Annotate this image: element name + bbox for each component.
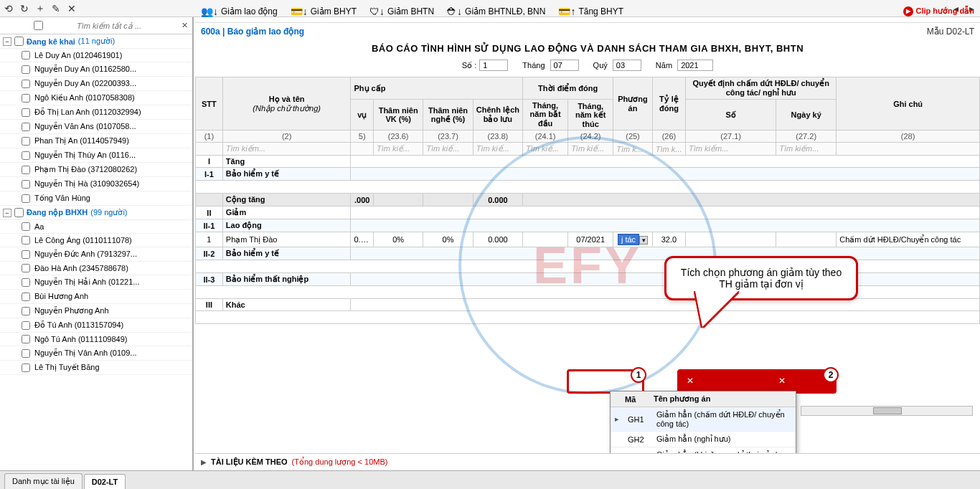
tang-bhyt-button[interactable]: 💳↑Tăng BHYT: [558, 6, 623, 17]
tab-d02-lt[interactable]: D02-LT: [84, 474, 126, 489]
tree-item[interactable]: Ngô Tú Anh (0111109849): [0, 333, 192, 346]
highlight-1: 1: [567, 369, 644, 394]
item-check[interactable]: [22, 321, 30, 330]
sidebar-search-clear-icon[interactable]: ✕: [179, 21, 189, 30]
tree-item[interactable]: Tống Văn Hùng: [0, 191, 192, 206]
th-hoten: Họ và tên(Nhập chữ thường): [222, 77, 351, 130]
tree-item[interactable]: Lê Duy An (0120461901): [0, 49, 192, 62]
plus-icon[interactable]: ＋: [34, 3, 46, 14]
tree-item[interactable]: Nguyễn Văn Ans (0107058...: [0, 120, 192, 134]
tree-item[interactable]: Nguyễn Thị Hà (3109032654): [0, 177, 192, 191]
item-check[interactable]: [22, 222, 30, 231]
item-check[interactable]: [22, 180, 30, 189]
tree-group[interactable]: − Đang nộp BHXH (99 người): [0, 206, 192, 220]
item-label: Nguyễn Thị Vân Anh (0109...: [34, 348, 137, 358]
tree-item[interactable]: Đỗ Thị Lan Anh (0112032994): [0, 105, 192, 120]
item-check[interactable]: [22, 307, 30, 315]
tree-item[interactable]: Aa: [0, 220, 192, 234]
sync-icon[interactable]: ↻: [19, 3, 30, 14]
item-check[interactable]: [22, 349, 30, 358]
giam-bhtn-button[interactable]: 🛡↓Giảm BHTN: [369, 6, 434, 17]
close-icon[interactable]: ✕: [66, 3, 77, 14]
tree-item[interactable]: Nguyễn Duy An (02200393...: [0, 77, 192, 91]
tree-item[interactable]: Nguyễn Đức Anh (7913297...: [0, 247, 192, 262]
item-check[interactable]: [22, 123, 30, 131]
card-up-icon: 💳↑: [558, 6, 575, 17]
chevron-down-icon[interactable]: ▾: [639, 236, 648, 244]
item-label: Ngô Kiều Anh (0107058308): [34, 93, 135, 103]
item-check[interactable]: [22, 137, 30, 146]
sidebar-search-input[interactable]: [74, 20, 179, 32]
item-check[interactable]: [22, 166, 30, 174]
item-check[interactable]: [22, 65, 30, 74]
pencil-icon[interactable]: ✎: [50, 3, 62, 14]
item-check[interactable]: [22, 108, 30, 117]
expander-icon[interactable]: −: [3, 37, 11, 46]
so-input[interactable]: [479, 60, 508, 71]
item-check[interactable]: [22, 293, 30, 301]
tree-item[interactable]: Lê Công Áng (0110111078): [0, 234, 192, 247]
th-pa: Phương án: [613, 77, 653, 130]
item-check[interactable]: [22, 94, 30, 103]
tree-item[interactable]: Nguyễn Duy An (01162580...: [0, 62, 192, 77]
tab-danh-muc[interactable]: Danh mục tài liệu: [4, 473, 83, 489]
tree-item[interactable]: Phan Thị An (0114057949): [0, 134, 192, 148]
tree-item[interactable]: Nguyễn Thị Hải Anh (01221...: [0, 275, 192, 290]
tree-item[interactable]: Đỗ Tú Anh (0113157094): [0, 318, 192, 333]
item-label: Nguyễn Văn Ans (0107058...: [34, 122, 136, 131]
item-check[interactable]: [22, 335, 30, 343]
group-check[interactable]: [14, 37, 24, 46]
tree-item[interactable]: Bùi Hương Anh: [0, 290, 192, 304]
tree-item[interactable]: Nguyễn Thị Thúy An (0116...: [0, 148, 192, 163]
phuong-an-cell[interactable]: j tác▾: [613, 232, 653, 247]
people-down-icon: 👥↓: [201, 6, 218, 17]
tree-item[interactable]: Đào Hà Anh (2345788678): [0, 262, 192, 275]
phuong-an-dropdown[interactable]: MãTên phương án ▸GH1Giảm hẳn (chấm dứt H…: [610, 391, 796, 453]
table-row[interactable]: 1 Phạm Thị Đào 0.000 0% 0% 0.000 07/2021…: [196, 232, 980, 247]
item-check[interactable]: [22, 278, 30, 287]
quy-input[interactable]: [613, 60, 641, 71]
dropdown-option[interactable]: GH3Giảm hẳn (khi đang nghỉ thai sản/ốm/k…: [611, 447, 796, 454]
th-qd-so: Số: [686, 100, 776, 130]
tree-item[interactable]: Phạm Thị Đào (3712080262): [0, 163, 192, 177]
giam-bhtnld-button[interactable]: ⛑↓Giảm BHTNLĐ, BNN: [447, 6, 545, 17]
tree-item[interactable]: Ngô Kiều Anh (0107058308): [0, 91, 192, 105]
tree-item[interactable]: Nguyễn Phương Anh: [0, 304, 192, 318]
dropdown-option[interactable]: GH2Giảm hẳn (nghỉ hưu): [611, 432, 796, 447]
quy-label: Quý: [593, 61, 608, 70]
group-check[interactable]: [14, 208, 24, 217]
thang-input[interactable]: [550, 60, 579, 71]
th-tyle: Tỷ lệ đóng: [652, 77, 685, 130]
item-check[interactable]: [22, 250, 30, 259]
form-code: Mẫu D02-LT: [927, 27, 974, 37]
item-check[interactable]: [22, 364, 30, 372]
refresh-icon[interactable]: ⟲: [3, 3, 14, 14]
item-check[interactable]: [22, 264, 30, 272]
item-check[interactable]: [22, 51, 30, 60]
item-check[interactable]: [22, 151, 30, 160]
giam-lao-dong-button[interactable]: 👥↓Giảm lao động: [201, 6, 278, 17]
horizontal-scrollbar[interactable]: [801, 406, 973, 416]
callout-tooltip: Tích chọn phương án giảm tùy theo TH giả…: [664, 256, 858, 300]
giam-bhyt-button[interactable]: 💳↓Giảm BHYT: [291, 6, 357, 17]
item-label: Đỗ Thị Lan Anh (0112032994): [34, 108, 141, 117]
th-tnbd: Tháng, năm bắt đầu: [523, 100, 568, 130]
item-label: Nguyễn Đức Anh (7913297...: [34, 250, 137, 259]
item-label: Nguyễn Duy An (01162580...: [34, 65, 136, 74]
expander-icon[interactable]: −: [3, 209, 11, 217]
item-label: Ngô Tú Anh (0111109849): [34, 335, 127, 343]
dropdown-option[interactable]: ▸GH1Giảm hẳn (chấm dứt HĐLĐ/ chuyển công…: [611, 407, 796, 432]
clip-huong-dan-button[interactable]: ▶Clip hướng dẫn: [903, 6, 974, 16]
tree-group[interactable]: − Đang kê khai (11 người): [0, 34, 192, 49]
attachments-bar[interactable]: ▶ TÀI LIỆU KÈM THEO (Tổng dung lượng < 1…: [195, 453, 980, 470]
th-tnn: Thâm niên nghề (%): [423, 100, 473, 130]
item-label: Nguyễn Thị Hà (3109032654): [34, 179, 139, 189]
tree-item[interactable]: Nguyễn Thị Vân Anh (0109...: [0, 346, 192, 361]
nam-input[interactable]: [677, 60, 713, 71]
item-check[interactable]: [22, 80, 30, 88]
tree-item[interactable]: Lê Thị Tuyết Băng: [0, 361, 192, 375]
item-check[interactable]: [22, 236, 30, 244]
sidebar-search-check[interactable]: [3, 21, 74, 30]
th-clbl: Chênh lệch bảo lưu: [473, 100, 522, 130]
item-check[interactable]: [22, 194, 30, 203]
